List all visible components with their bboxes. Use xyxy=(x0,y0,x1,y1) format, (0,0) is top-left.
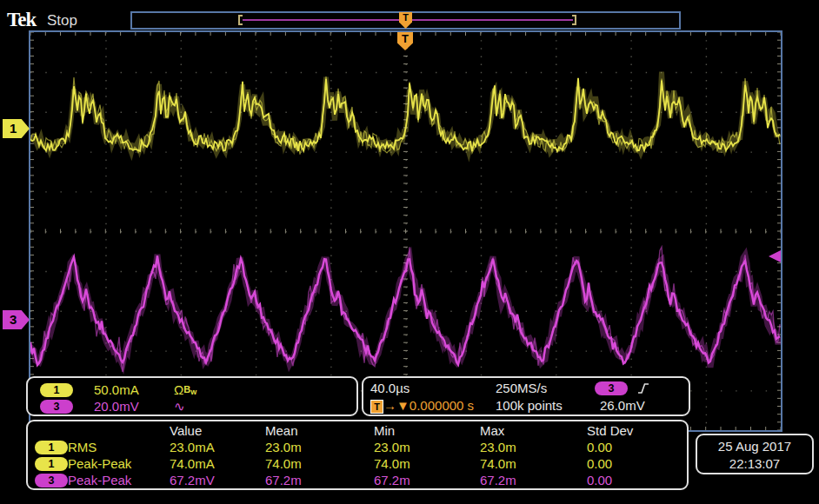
measurement-name: Peak-Peak xyxy=(68,473,131,487)
impedance-icon: Ω xyxy=(174,382,183,397)
channel1-settings-row: 1 50.0mA Ω Bw xyxy=(40,381,356,398)
ac-coupling-icon: ∿ xyxy=(174,399,185,414)
measurement-max: 74.0m xyxy=(480,456,516,471)
measurements-box: Value Mean Min Max Std Dev 1 RMS 23.0mA … xyxy=(26,420,689,490)
channel1-badge: 1 xyxy=(40,383,73,397)
measurement-value: 67.2mV xyxy=(170,473,215,487)
measurement-std: 0.00 xyxy=(587,456,612,471)
trigger-slope-rising-icon xyxy=(636,381,650,395)
measurement-name: Peak-Peak xyxy=(68,456,131,471)
measurement-std: 0.00 xyxy=(587,473,612,487)
record-bracket-left xyxy=(238,15,243,25)
measurement-row: 1 RMS 23.0mA 23.0m 23.0m 23.0m 0.00 xyxy=(28,440,687,455)
bandwidth-limit-icon: Bw xyxy=(183,384,196,396)
record-length: 100k points xyxy=(496,398,563,413)
channel1-badge: 1 xyxy=(35,441,68,454)
channel1-badge: 1 xyxy=(35,457,68,471)
oscilloscope-screen: Tek Stop T T 1 3 1 50.0mA Ω Bw 3 20.0mV … xyxy=(0,0,819,504)
channel1-position-marker: 1 xyxy=(3,119,30,138)
measurement-value: 23.0mA xyxy=(170,440,215,454)
measurement-min: 74.0m xyxy=(374,456,410,471)
col-mean: Mean xyxy=(265,423,298,438)
measurement-mean: 23.0m xyxy=(265,440,302,454)
measurement-mean: 74.0m xyxy=(265,456,302,471)
trigger-position-value: 0.000000 s xyxy=(410,398,474,413)
col-max: Max xyxy=(480,423,504,438)
measurement-row: 3 Peak-Peak 67.2mV 67.2m 67.2m 67.2m 0.0… xyxy=(28,473,687,488)
trigger-position-readout: T→▼0.000000 s xyxy=(370,398,474,414)
trigger-level-arrow-icon xyxy=(769,250,781,262)
waveform-canvas xyxy=(30,32,781,430)
sample-rate: 250MS/s xyxy=(496,381,547,395)
horizontal-trigger-box: 40.0µs 250MS/s 3 T→▼0.000000 s 100k poin… xyxy=(362,376,690,416)
channel3-badge: 3 xyxy=(35,474,68,487)
trigger-level: 26.0mV xyxy=(600,398,645,413)
time-label: 22:13:07 xyxy=(697,455,812,473)
date-label: 25 Aug 2017 xyxy=(697,438,812,455)
measurements-header-row: Value Mean Min Max Std Dev xyxy=(28,423,687,439)
measurement-std: 0.00 xyxy=(587,440,612,454)
measurement-name: RMS xyxy=(68,440,97,454)
measurement-min: 67.2m xyxy=(374,473,410,487)
channel3-badge: 3 xyxy=(40,400,73,414)
measurement-row: 1 Peak-Peak 74.0mA 74.0m 74.0m 74.0m 0.0… xyxy=(28,456,687,472)
col-min: Min xyxy=(374,423,395,438)
col-value: Value xyxy=(170,423,202,438)
acquisition-status: Stop xyxy=(47,12,77,30)
channel3-settings-row: 3 20.0mV ∿ xyxy=(40,398,356,414)
measurement-max: 23.0m xyxy=(480,440,516,454)
measurement-min: 23.0m xyxy=(374,440,410,454)
waveform-display xyxy=(29,30,782,432)
time-scale: 40.0µs xyxy=(370,381,410,395)
channel3-position-marker: 3 xyxy=(3,310,30,329)
col-std-dev: Std Dev xyxy=(587,423,633,438)
trigger-arrows-icon: →▼ xyxy=(383,398,410,413)
record-bracket-right xyxy=(572,15,576,25)
channel-settings-box: 1 50.0mA Ω Bw 3 20.0mV ∿ xyxy=(26,376,358,416)
trigger-t-icon: T xyxy=(370,400,383,414)
channel1-scale: 50.0mA xyxy=(94,382,174,397)
trigger-source-badge: 3 xyxy=(595,381,628,395)
measurement-max: 67.2m xyxy=(480,473,516,487)
channel3-scale: 20.0mV xyxy=(94,399,174,414)
tek-logo: Tek xyxy=(7,9,36,31)
measurement-value: 74.0mA xyxy=(170,456,215,471)
measurement-mean: 67.2m xyxy=(265,473,302,487)
datetime-box: 25 Aug 2017 22:13:07 xyxy=(696,434,814,474)
